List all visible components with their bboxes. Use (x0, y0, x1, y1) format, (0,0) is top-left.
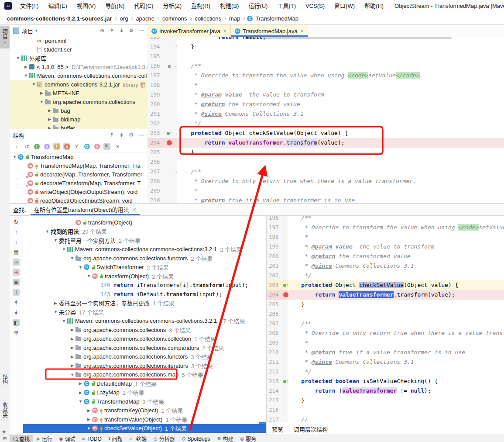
breadcrumb-item[interactable]: apache (135, 15, 155, 22)
code-line[interactable]: 206 (147, 157, 504, 167)
find-result-row[interactable]: ▼org.apache.commons.collections.functors… (23, 254, 266, 263)
code-line[interactable]: 196≣⌄ /** (147, 61, 504, 71)
find-result-row[interactable]: ▼未分类17 个结果 (23, 307, 266, 317)
code-line[interactable]: 205 } (147, 148, 504, 157)
find-result-row[interactable]: ▶mtransformKey(Object)1 个结果 (23, 406, 266, 415)
preview-footer-tab[interactable]: 调用层次结构 (288, 425, 333, 433)
chevron-collapsed-icon[interactable]: ▶ (46, 108, 53, 113)
find-result-row[interactable]: ▼org.apache.commons.collections.map5 个结果 (23, 370, 266, 380)
jump-to-source-icon[interactable]: ⇥ (13, 259, 20, 266)
breadcrumb-item[interactable]: map (228, 15, 241, 22)
toolwindow-tab-project[interactable]: 项目▪ (0, 26, 10, 48)
next-occurrence-icon[interactable]: ↓ (13, 238, 20, 245)
chevron-expanded-icon[interactable]: ▼ (44, 229, 51, 234)
chevron-expanded-icon[interactable]: ▼ (38, 100, 45, 104)
code-line[interactable]: 201 * @since Commons Collections 3.1 (147, 109, 504, 119)
toolwindow-tab-structure[interactable]: 结构 (0, 371, 10, 387)
status-item-profiler[interactable]: ◷分析器 (150, 435, 178, 442)
status-item-run[interactable]: ▶运行 (33, 435, 56, 442)
rerun-icon[interactable]: ↻ (13, 218, 20, 225)
chevron-expanded-icon[interactable]: ▼ (69, 256, 75, 260)
project-tree-row[interactable]: ▼org.apache.commons.collections (10, 97, 147, 106)
status-item-todo[interactable]: ≡TODO (79, 435, 105, 442)
code-line[interactable]: 205 } (267, 300, 504, 309)
menu-item[interactable]: VCS(S) (301, 0, 329, 12)
code-line[interactable]: 195 (147, 52, 504, 61)
preview-code-area[interactable]: 196 /**197 * Override to transform the v… (267, 216, 504, 423)
menu-item[interactable]: 运行(U) (243, 0, 272, 12)
override-marker-icon[interactable]: ↑ (167, 131, 172, 135)
project-tree-row[interactable]: ▼commons-collections-3.2.1.jarlibrary 根 (10, 80, 147, 89)
editor-tab[interactable]: CTransformedMap.java× (231, 25, 308, 37)
locate-icon[interactable]: ⊕ (100, 28, 104, 34)
show-lambdas-icon[interactable]: λ (93, 143, 100, 150)
code-line[interactable]: 193 return result; (147, 37, 504, 42)
previous-occurrence-icon[interactable]: ↑ (13, 228, 20, 235)
code-line[interactable]: 200 * @return the transformed value (147, 100, 504, 109)
code-line[interactable]: 207⌄ /** (147, 167, 504, 176)
chevron-collapsed-icon[interactable]: ▶ (69, 355, 75, 359)
find-usages-tab[interactable]: 在所有位置里transform(Object)的用法 × (31, 204, 140, 215)
structure-tree-row[interactable]: ▼CTransformedMap (10, 152, 147, 161)
status-item-debug[interactable]: ◉调试 (56, 435, 79, 442)
code-line[interactable]: 208 * Override to only return true when … (267, 328, 504, 338)
structure-tree-row[interactable]: msdecorate(Map, Transformer, Transformer (10, 170, 147, 179)
find-result-row[interactable]: ▼mcheckSetValue(Object)1 个结果 (23, 424, 266, 433)
chevron-collapsed-icon[interactable]: ▶ (46, 117, 53, 121)
code-line[interactable]: 212 */ (267, 367, 504, 376)
chevron-collapsed-icon[interactable]: ▶ (69, 345, 75, 350)
chevron-collapsed-icon[interactable]: ▶ (77, 390, 84, 395)
sort-alphabetically-icon[interactable]: ↓z (23, 143, 30, 150)
breadcrumb-item[interactable]: collections (194, 15, 222, 22)
show-read-access-icon[interactable]: ▣ (13, 279, 20, 286)
toolwindow-switcher-icon[interactable]: ⊞ (0, 436, 10, 442)
breadcrumb-item[interactable]: commons-collections-3.2.1-sources.jar (6, 15, 113, 22)
menu-item[interactable]: 代码(C) (129, 0, 158, 12)
find-result-row[interactable]: ▼Maven: commons-collections:commons-coll… (23, 245, 266, 254)
toolwindow-tab-favorites[interactable]: 收藏夹 (0, 400, 10, 421)
structure-tree-row[interactable]: mwriteObject(ObjectOutputStream): void (10, 187, 147, 196)
project-tree-row[interactable]: student.ser (10, 45, 147, 54)
chevron-collapsed-icon[interactable]: ▶ (69, 328, 75, 332)
chevron-expanded-icon[interactable]: ▼ (61, 247, 67, 252)
project-tree-row[interactable]: ▶bag (10, 106, 147, 115)
menu-item[interactable]: 编辑(E) (44, 0, 72, 12)
show-non-public-icon[interactable]: a (63, 143, 70, 150)
editor-code-area[interactable]: 193 return result;194⌃ }195196≣⌄ /**197 … (147, 37, 504, 203)
close-icon[interactable]: × (133, 207, 136, 213)
project-tree-row[interactable]: mpom.xml (10, 36, 147, 45)
group-methods-icon[interactable]: Y (73, 143, 80, 150)
find-result-row[interactable]: ▼Maven: commons-collections:commons-coll… (23, 317, 266, 326)
find-result-row[interactable]: ▶org.apache.commons.collections.collecti… (23, 335, 266, 344)
code-line[interactable]: 207 /** (267, 319, 504, 328)
menu-item[interactable]: 构建(B) (215, 0, 243, 12)
expand-all-icon[interactable]: ↟ (110, 28, 114, 34)
find-result-row[interactable]: ▶org.apache.commons.collections.functors… (23, 352, 266, 362)
breadcrumb-item[interactable]: TransformedMap (254, 15, 299, 22)
code-line[interactable]: 206 (267, 309, 504, 319)
status-item-spotbugs[interactable]: ⌬SpotBugs (178, 435, 214, 442)
project-tree-row[interactable]: ▶< 1.8.0_65 >D:\F\environment\Java\jdk1.… (10, 62, 147, 71)
structure-tree-row[interactable]: mTransformedMap(Map, Transformer, Tra (10, 161, 147, 170)
chevron-expanded-icon[interactable]: ▼ (61, 319, 67, 323)
code-line[interactable]: 217 //----------------------------------… (267, 415, 504, 423)
sort-by-visibility-icon[interactable]: ↓ (13, 143, 20, 150)
show-interfaces-icon[interactable]: O (83, 143, 90, 150)
chevron-collapsed-icon[interactable]: ▶ (46, 126, 53, 129)
code-line[interactable]: 198 * (267, 232, 504, 242)
code-line[interactable]: 208 * Override to only return true when … (147, 176, 504, 186)
chevron-expanded-icon[interactable]: ▼ (52, 238, 59, 242)
hide-panel-icon[interactable]: — (139, 132, 144, 138)
settings-icon[interactable]: ⚙ (13, 329, 20, 336)
breakpoint-dot-icon[interactable] (167, 140, 172, 145)
chevron-expanded-icon[interactable]: ▼ (86, 426, 92, 431)
status-item-terminal[interactable]: >_终端 (126, 435, 150, 442)
code-line[interactable]: 196 /** (267, 216, 504, 223)
menu-item[interactable]: 帮助(H) (360, 0, 388, 12)
status-item-build[interactable]: ⚒构建 (214, 435, 237, 442)
chevron-expanded-icon[interactable]: ▼ (23, 73, 29, 78)
menu-item[interactable]: 工具(T) (272, 0, 301, 12)
status-item-problems[interactable]: ℹ问题 (105, 435, 126, 442)
find-result-row[interactable]: ▼找到的用法20 个结果 (23, 227, 266, 236)
project-tree-row[interactable]: ▼Maven: commons-collections:commons-coll (10, 71, 147, 80)
